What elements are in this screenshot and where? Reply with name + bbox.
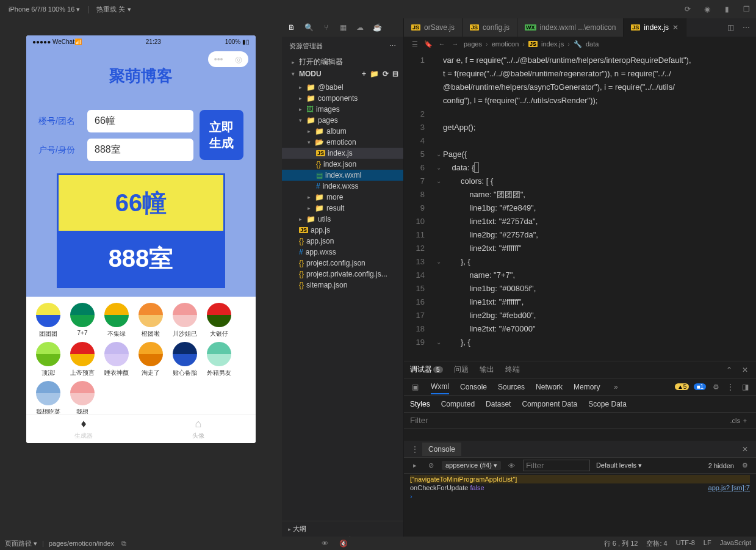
palette-item[interactable]: 顶流! [35, 342, 62, 377]
palette-item[interactable]: 上帝预言 [69, 342, 96, 377]
file-project-config[interactable]: {}project.config.json [282, 258, 403, 269]
new-folder-icon[interactable]: 📁 [370, 70, 379, 78]
styles-dataset[interactable]: Dataset [486, 400, 511, 408]
console-source-link[interactable]: app.js? [sm]:7 [708, 484, 750, 491]
mute-icon[interactable]: 🔇 [339, 538, 348, 548]
hot-reload-toggle[interactable]: 热重载 关 ▾ [93, 4, 134, 15]
target-icon[interactable]: ◎ [235, 54, 242, 64]
editor-tab[interactable]: WXindex.wxml ...\emoticon [517, 18, 624, 37]
console-kebab-icon[interactable]: ⋮ [410, 444, 420, 454]
editor-tab[interactable]: JSorSave.js [404, 18, 463, 37]
tab-problems[interactable]: 问题 [454, 364, 469, 375]
file-index-js[interactable]: JSindex.js [282, 148, 403, 159]
palette-item[interactable]: 不集绿 [103, 303, 130, 338]
collapse-icon[interactable]: ⊟ [392, 70, 398, 78]
folder-result[interactable]: ▸📁result [282, 203, 403, 214]
eye-status-icon[interactable]: 👁 [320, 538, 330, 548]
building-input[interactable]: 66幢 [87, 110, 193, 132]
encoding[interactable]: UTF-8 [676, 539, 695, 548]
refresh-icon[interactable]: ⟳ [683, 4, 693, 14]
split-icon[interactable]: ◫ [725, 23, 735, 32]
play-icon[interactable]: ▸ [410, 461, 420, 471]
kebab-icon[interactable]: ⋮ [725, 382, 735, 392]
palette-item[interactable]: 睡衣神颜 [103, 342, 130, 377]
file-sitemap[interactable]: {}sitemap.json [282, 280, 403, 291]
toc-icon[interactable]: ☰ [410, 39, 420, 49]
file-project-private[interactable]: {}project.private.config.js... [282, 269, 403, 280]
palette-item[interactable]: 川沙姐已 [171, 303, 198, 338]
palette-item[interactable]: 大银仔 [206, 303, 232, 338]
room-input[interactable]: 888室 [87, 139, 193, 161]
palette-item[interactable]: 外籍男友 [206, 342, 232, 377]
search-icon[interactable]: 🔍 [304, 23, 314, 32]
clear-icon[interactable]: ⊘ [426, 461, 436, 471]
refresh-tree-icon[interactable]: ⟳ [383, 70, 389, 78]
tab-terminal[interactable]: 终端 [505, 364, 520, 375]
windows-icon[interactable]: ❐ [741, 4, 751, 14]
console-filter-input[interactable] [523, 460, 590, 471]
generate-button[interactable]: 立即 生成 [200, 110, 243, 160]
styles-filter-input[interactable] [410, 416, 730, 425]
forward-icon[interactable]: → [450, 39, 460, 49]
devtool-sources[interactable]: Sources [498, 380, 525, 394]
new-file-icon[interactable]: + [362, 70, 366, 78]
tab-more-icon[interactable]: ⋯ [741, 23, 751, 32]
file-app-js[interactable]: JSapp.js [282, 225, 403, 236]
outline-section[interactable]: ▸大纲 [282, 521, 403, 537]
log-level-selector[interactable]: Default levels ▾ [596, 461, 642, 469]
folder-pages[interactable]: ▾📁pages [282, 115, 403, 126]
ext-icon[interactable]: ▦ [338, 23, 348, 32]
tab-debugger[interactable]: 调试器5 [410, 364, 443, 375]
file-index-wxss[interactable]: #index.wxss [282, 181, 403, 192]
devtool-console[interactable]: Console [460, 380, 487, 394]
palette-item[interactable]: 我想吃菜 [35, 381, 62, 416]
file-app-wxss[interactable]: #app.wxss [282, 247, 403, 258]
eye-icon[interactable]: 👁 [507, 461, 517, 471]
inspect-icon[interactable]: ▣ [410, 382, 420, 392]
palette-item[interactable]: 7+7 [69, 303, 96, 338]
back-icon[interactable]: ← [437, 39, 447, 49]
code-editor[interactable]: 1var e, f = require("../../@babel/runtim… [404, 51, 756, 361]
palette-item[interactable]: 橙团啦 [137, 303, 164, 338]
tab-avatar[interactable]: ⌂头像 [141, 414, 256, 443]
styles-computed[interactable]: Computed [441, 400, 475, 408]
phone-icon[interactable]: ▮ [722, 4, 732, 14]
folder-images[interactable]: ▸🖼images [282, 104, 403, 115]
panel-close-icon[interactable]: ✕ [740, 365, 750, 375]
file-index-wxml[interactable]: ▤index.wxml [282, 170, 403, 181]
open-editors-section[interactable]: ▸打开的编辑器 [282, 56, 403, 68]
tab-output[interactable]: 输出 [480, 364, 494, 375]
devtool-memory[interactable]: Memory [574, 380, 600, 394]
add-class-icon[interactable]: + [740, 416, 750, 425]
editor-tab[interactable]: JSindex.js✕ [624, 18, 686, 37]
palette-item[interactable]: 淘走了 [137, 342, 164, 377]
language-mode[interactable]: JavaScript [720, 539, 751, 548]
close-icon[interactable]: ✕ [672, 23, 679, 32]
root-folder[interactable]: ▾MODU + 📁 ⟳ ⊟ [282, 68, 403, 79]
dock-icon[interactable]: ◨ [740, 382, 750, 392]
console-close-icon[interactable]: ✕ [740, 444, 750, 454]
cloud-icon[interactable]: ☁ [355, 23, 365, 32]
cup-icon[interactable]: ☕ [372, 23, 382, 32]
more-icon[interactable]: ⋯ [389, 42, 396, 50]
capsule-menu[interactable]: •••◎ [208, 51, 248, 67]
hidden-count[interactable]: 2 hidden [708, 462, 734, 469]
console-tab[interactable]: Console [422, 443, 461, 456]
cls-button[interactable]: .cls [730, 417, 741, 424]
device-selector[interactable]: iPhone 6/7/8 100% 16 ▾ [5, 4, 84, 15]
menu-dots-icon[interactable]: ••• [214, 54, 223, 64]
info-count[interactable]: ■1 [694, 383, 706, 390]
cursor-position[interactable]: 行 6 , 列 12 [604, 539, 638, 548]
editor-tab[interactable]: JSconfig.js [463, 18, 517, 37]
files-icon[interactable]: 🗎 [287, 23, 297, 32]
devtool-network[interactable]: Network [536, 380, 563, 394]
context-selector[interactable]: appservice (#4) ▾ [442, 461, 501, 470]
styles-styles[interactable]: Styles [410, 400, 430, 408]
folder-emoticon[interactable]: ▾📂emoticon [282, 137, 403, 148]
copy-icon[interactable]: ⧉ [119, 538, 129, 548]
indent-setting[interactable]: 空格: 4 [646, 539, 667, 548]
eol[interactable]: LF [704, 539, 711, 548]
tab-generator[interactable]: ♦生成器 [26, 414, 141, 443]
palette-item[interactable]: 贴心备胎 [171, 342, 198, 377]
panel-up-icon[interactable]: ⌃ [724, 365, 734, 375]
